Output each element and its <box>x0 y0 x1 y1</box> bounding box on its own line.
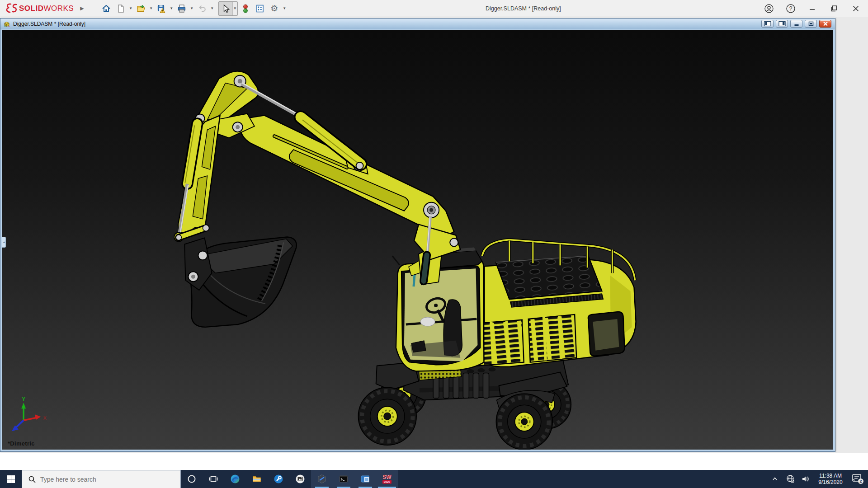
options-gear-icon: ⚙ <box>270 4 278 13</box>
view-orientation-label: *Dimetric <box>8 440 35 447</box>
print-icon <box>177 4 187 14</box>
pane-collapse-handle[interactable]: ◂ <box>2 237 6 248</box>
windows-start-icon <box>7 475 15 483</box>
cab <box>392 245 484 371</box>
taskbar-composer[interactable] <box>311 470 333 488</box>
start-button[interactable] <box>0 470 22 488</box>
print-dropdown[interactable]: ▼ <box>189 2 194 15</box>
wheel-front-near <box>359 387 416 445</box>
home-icon <box>101 4 111 14</box>
wheel-rear-near <box>496 394 552 450</box>
close-icon <box>851 4 860 13</box>
clock-time: 11:38 AM <box>816 473 845 479</box>
search-icon <box>28 476 36 483</box>
status-strip <box>0 453 868 470</box>
save-dropdown[interactable]: ▼ <box>169 2 174 15</box>
rebuild-traffic-light-icon <box>241 4 250 14</box>
new-document-dropdown[interactable]: ▼ <box>128 2 133 15</box>
pane-left-icon <box>763 21 772 27</box>
maximize-button[interactable] <box>828 3 840 14</box>
taskbar-edge[interactable] <box>224 470 246 488</box>
wrench-tool-icon <box>274 474 283 484</box>
save-button[interactable] <box>155 2 168 15</box>
globe-network-icon <box>786 474 795 483</box>
account-button[interactable] <box>763 3 775 14</box>
taskbar-photos[interactable] <box>289 470 311 488</box>
taskbar-settings-tool[interactable] <box>268 470 289 488</box>
minimize-icon <box>808 4 817 13</box>
app-window-title: Digger.SLDASM * [Read-only] <box>486 0 561 17</box>
brand-solid: SOLID <box>19 4 43 13</box>
pane-left-button[interactable] <box>761 20 774 28</box>
remote-window-icon <box>360 474 370 484</box>
brand-text: SOLIDWORKS <box>19 4 74 13</box>
task-view-icon <box>209 474 218 483</box>
app-titlebar: SOLIDWORKS ▶ ▼ <box>0 0 868 17</box>
toolbar-flyout-arrow-icon[interactable]: ▶ <box>80 5 84 11</box>
command-prompt-icon <box>339 474 349 484</box>
home-button[interactable] <box>99 2 113 15</box>
notification-center-button[interactable]: 2 <box>850 473 865 485</box>
print-button[interactable] <box>175 2 189 15</box>
undo-button[interactable] <box>195 2 209 15</box>
workspace: Digger.SLDASM * [Read-only] <box>0 17 868 453</box>
options-dropdown[interactable]: ▼ <box>282 2 287 15</box>
assembly-document-icon <box>3 20 10 28</box>
tray-network-button[interactable] <box>785 474 796 483</box>
doc-minimize-button[interactable] <box>790 20 802 28</box>
save-icon <box>156 4 166 14</box>
open-folder-icon <box>136 4 146 14</box>
svg-text:?: ? <box>789 5 793 12</box>
bucket-linkage <box>176 225 212 291</box>
triad-x-label: X <box>43 415 47 421</box>
options-button[interactable]: ⚙ <box>268 2 281 15</box>
select-tool-dropdown[interactable]: ▼ <box>232 2 237 15</box>
cortana-button[interactable] <box>181 470 203 488</box>
task-view-button[interactable] <box>203 470 224 488</box>
excavator-3d-model[interactable]: Y X <box>2 30 833 450</box>
select-tool-group: ▼ <box>218 1 238 16</box>
solidworks-application: SOLIDWORKS ▶ ▼ <box>0 0 868 488</box>
taskbar-solidworks-2020[interactable]: SW 2020 <box>376 470 398 488</box>
cortana-icon <box>187 474 196 483</box>
doc-close-button[interactable] <box>819 20 831 28</box>
help-button[interactable]: ? <box>785 3 797 14</box>
pane-right-button[interactable] <box>776 20 788 28</box>
undo-icon <box>197 4 207 14</box>
task-pane-collapsed[interactable] <box>835 17 868 453</box>
taskbar-clock[interactable]: 11:38 AM 9/16/2020 <box>816 473 845 485</box>
hexagon-app-icon <box>317 474 327 484</box>
doc-close-icon <box>821 21 830 27</box>
windows-taskbar: SW 2020 <box>0 470 868 488</box>
doc-restore-icon <box>807 21 816 27</box>
tray-chevron-button[interactable] <box>769 475 780 483</box>
reference-triad: Y X <box>12 396 47 431</box>
undo-dropdown[interactable]: ▼ <box>210 2 215 15</box>
taskbar-command-prompt[interactable] <box>333 470 354 488</box>
taskbar-search[interactable] <box>22 470 181 488</box>
taskbar-file-explorer[interactable] <box>246 470 268 488</box>
close-button[interactable] <box>850 3 862 14</box>
clock-date: 9/16/2020 <box>816 479 845 485</box>
search-input[interactable] <box>40 476 167 483</box>
minimize-button[interactable] <box>807 3 818 14</box>
select-tool-button[interactable] <box>219 2 232 15</box>
chevron-up-icon <box>771 475 778 483</box>
help-icon: ? <box>786 4 796 14</box>
doc-restore-button[interactable] <box>805 20 817 28</box>
doc-minimize-icon <box>792 21 801 27</box>
select-cursor-icon <box>221 4 231 14</box>
tray-volume-button[interactable] <box>800 474 811 483</box>
open-dropdown[interactable]: ▼ <box>149 2 154 15</box>
rebuild-button[interactable] <box>239 2 252 15</box>
document-titlebar[interactable]: Digger.SLDASM * [Read-only] <box>0 19 835 29</box>
graphics-viewport[interactable]: Y X *Dimetric ◂ <box>2 30 833 450</box>
taskbar-remote-window[interactable] <box>354 470 376 488</box>
open-button[interactable] <box>134 2 148 15</box>
new-document-button[interactable] <box>114 2 127 15</box>
photos-icon <box>295 474 305 484</box>
svg-text:2: 2 <box>859 479 862 483</box>
file-properties-button[interactable] <box>253 2 267 15</box>
file-properties-icon <box>255 4 265 14</box>
solidworks-mark-icon <box>5 3 18 14</box>
